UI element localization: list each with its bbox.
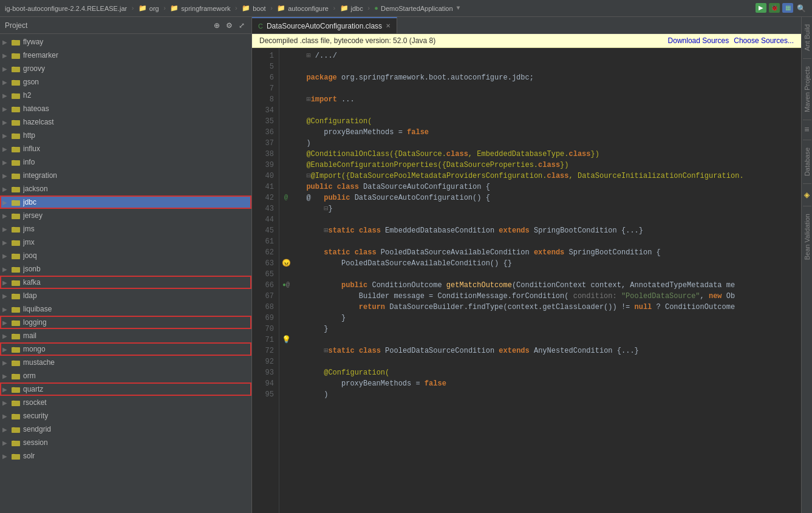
sidebar-item-orm[interactable]: ▶orm <box>0 369 251 382</box>
sidebar-item-flyway[interactable]: ▶flyway <box>0 35 251 49</box>
sidebar-item-h2[interactable]: ▶h2 <box>0 89 251 102</box>
sidebar-item-mail[interactable]: ▶mail <box>0 329 251 342</box>
sidebar-item-sendgrid[interactable]: ▶sendgrid <box>0 423 251 436</box>
tree-arrow-info[interactable]: ▶ <box>2 159 11 166</box>
tree-arrow-hateoas[interactable]: ▶ <box>2 106 11 112</box>
sidebar-item-solr[interactable]: ▶solr <box>0 449 251 463</box>
line-num-38: 38 <box>252 149 279 160</box>
database-panel-tab[interactable]: Database <box>802 143 813 181</box>
gutter-cell-5 <box>279 61 293 72</box>
tree-label-jmx: jmx <box>23 238 251 246</box>
sidebar-item-quartz[interactable]: ▶quartz <box>0 382 251 396</box>
tree-arrow-mail[interactable]: ▶ <box>2 333 11 339</box>
tree-arrow-solr[interactable]: ▶ <box>2 453 11 460</box>
gutter-cell-44 <box>279 214 293 225</box>
search-everywhere-button[interactable]: 🔍 <box>796 3 807 14</box>
class-dropdown[interactable]: ▼ <box>457 5 460 12</box>
tree-arrow-kafka[interactable]: ▶ <box>2 279 11 286</box>
sidebar-item-kafka[interactable]: ▶kafka <box>0 276 251 289</box>
sidebar-item-jooq[interactable]: ▶jooq <box>0 249 251 262</box>
tree-arrow-orm[interactable]: ▶ <box>2 373 11 379</box>
code-line-92 <box>298 356 796 367</box>
tab-close-button[interactable]: ✕ <box>386 22 391 29</box>
gutter-cell-70 <box>279 324 293 335</box>
tree-arrow-rsocket[interactable]: ▶ <box>2 399 11 406</box>
sidebar-item-security[interactable]: ▶security <box>0 409 251 423</box>
tree-arrow-jersey[interactable]: ▶ <box>2 212 11 219</box>
path-org[interactable]: org <box>149 5 159 12</box>
sidebar-item-hateoas[interactable]: ▶hateoas <box>0 102 251 115</box>
sidebar-item-rsocket[interactable]: ▶rsocket <box>0 396 251 409</box>
code-line-6: package org.springframework.boot.autocon… <box>298 72 796 83</box>
tree-arrow-h2[interactable]: ▶ <box>2 92 11 99</box>
code-line-5 <box>298 61 796 72</box>
tree-arrow-jms[interactable]: ▶ <box>2 226 11 233</box>
tree-arrow-mustache[interactable]: ▶ <box>2 359 11 366</box>
tree-arrow-gson[interactable]: ▶ <box>2 79 11 86</box>
path-boot[interactable]: boot <box>253 5 265 12</box>
sidebar-item-jersey[interactable]: ▶jersey <box>0 209 251 222</box>
sidebar-item-liquibase[interactable]: ▶liquibase <box>0 302 251 316</box>
debug-button[interactable]: 🐞 <box>769 3 780 13</box>
sidebar-expand-button[interactable]: ⤢ <box>237 21 247 30</box>
maven-projects-panel-tab[interactable]: Maven Projects <box>802 61 813 117</box>
sidebar-item-jms[interactable]: ▶jms <box>0 222 251 236</box>
tree-arrow-quartz[interactable]: ▶ <box>2 386 11 393</box>
sidebar-item-groovy[interactable]: ▶groovy <box>0 62 251 75</box>
sidebar-item-jsonb[interactable]: ▶jsonb <box>0 262 251 276</box>
tree-arrow-jsonb[interactable]: ▶ <box>2 266 11 273</box>
code-line-93: @Configuration( <box>298 367 796 378</box>
path-springframework[interactable]: springframework <box>181 5 230 12</box>
sidebar-item-mustache[interactable]: ▶mustache <box>0 356 251 369</box>
ant-build-panel-tab[interactable]: Ant Build <box>802 19 813 56</box>
class-name[interactable]: DemoStartedApplication <box>381 5 453 12</box>
download-sources-link[interactable]: Download Sources <box>668 36 729 45</box>
sidebar-item-info[interactable]: ▶info <box>0 155 251 169</box>
editor-tab-datasource[interactable]: C DataSourceAutoConfiguration.class ✕ <box>252 17 397 33</box>
tree-arrow-logging[interactable]: ▶ <box>2 319 11 326</box>
tree-arrow-groovy[interactable]: ▶ <box>2 66 11 72</box>
tree-arrow-influx[interactable]: ▶ <box>2 146 11 152</box>
sidebar-item-jdbc[interactable]: ▶jdbc <box>0 195 251 209</box>
sidebar-item-session[interactable]: ▶session <box>0 436 251 449</box>
tree-arrow-flyway[interactable]: ▶ <box>2 39 11 46</box>
sidebar-gear-button[interactable]: ⚙ <box>224 21 234 30</box>
tree-label-mustache: mustache <box>23 358 251 367</box>
sidebar-item-jmx[interactable]: ▶jmx <box>0 236 251 249</box>
sidebar-item-influx[interactable]: ▶influx <box>0 142 251 155</box>
sidebar-item-http[interactable]: ▶http <box>0 129 251 142</box>
sidebar-item-logging[interactable]: ▶logging <box>0 316 251 329</box>
choose-sources-link[interactable]: Choose Sources... <box>734 36 794 45</box>
sidebar-item-gson[interactable]: ▶gson <box>0 75 251 89</box>
tree-arrow-hazelcast[interactable]: ▶ <box>2 119 11 126</box>
sidebar-item-freemarker[interactable]: ▶freemarker <box>0 49 251 62</box>
tree-arrow-liquibase[interactable]: ▶ <box>2 306 11 313</box>
tree-arrow-http[interactable]: ▶ <box>2 132 11 139</box>
tree-arrow-freemarker[interactable]: ▶ <box>2 52 11 59</box>
code-line-72: ⊞static class PooledDataSourceCondition … <box>298 345 796 356</box>
tree-arrow-mongo[interactable]: ▶ <box>2 346 11 353</box>
code-area[interactable]: 1567834353637383940414243444561626365666… <box>252 48 801 513</box>
path-jdbc[interactable]: jdbc <box>351 5 363 12</box>
tree-arrow-jackson[interactable]: ▶ <box>2 186 11 192</box>
sidebar-sync-button[interactable]: ⊕ <box>212 21 222 30</box>
tree-arrow-sendgrid[interactable]: ▶ <box>2 426 11 433</box>
line-num-6: 6 <box>252 72 279 83</box>
tree-arrow-ldap[interactable]: ▶ <box>2 293 11 299</box>
sidebar-item-mongo[interactable]: ▶mongo <box>0 342 251 356</box>
tree-arrow-integration[interactable]: ▶ <box>2 172 11 179</box>
tree-arrow-jdbc[interactable]: ▶ <box>2 199 11 206</box>
path-autoconfigure[interactable]: autoconfigure <box>288 5 329 12</box>
sidebar-item-ldap[interactable]: ▶ldap <box>0 289 251 302</box>
tree-arrow-jmx[interactable]: ▶ <box>2 239 11 246</box>
sidebar-item-hazelcast[interactable]: ▶hazelcast <box>0 115 251 129</box>
run-with-coverage-button[interactable]: ▦ <box>782 3 793 13</box>
sidebar-item-jackson[interactable]: ▶jackson <box>0 182 251 195</box>
bean-validation-panel-tab[interactable]: Bean Validation <box>802 209 813 265</box>
sidebar-item-integration[interactable]: ▶integration <box>0 169 251 182</box>
svg-rect-30 <box>12 441 20 446</box>
tree-arrow-jooq[interactable]: ▶ <box>2 253 11 259</box>
tree-arrow-security[interactable]: ▶ <box>2 413 11 420</box>
tree-arrow-session[interactable]: ▶ <box>2 440 11 446</box>
run-button[interactable]: ▶ <box>756 3 766 13</box>
